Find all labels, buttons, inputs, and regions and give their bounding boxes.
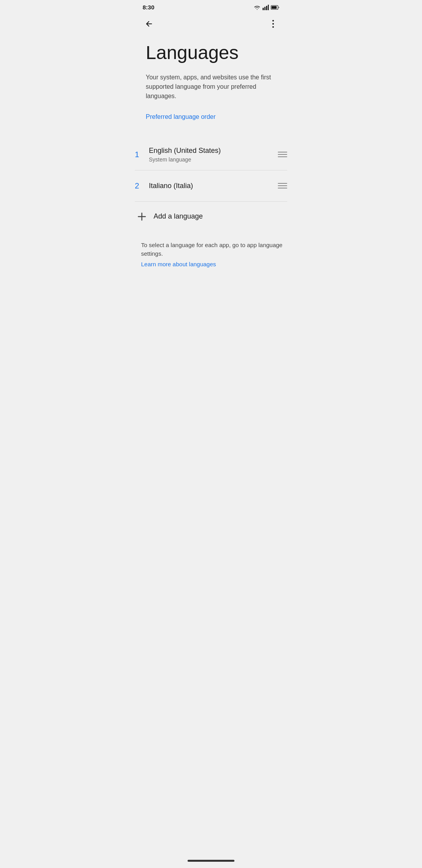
page-title: Languages	[146, 43, 276, 63]
language-number-2: 2	[135, 181, 149, 190]
wifi-icon	[254, 5, 261, 10]
svg-rect-3	[268, 5, 269, 10]
svg-rect-0	[263, 8, 264, 10]
info-section: To select a language for each app, go to…	[135, 231, 287, 274]
language-sublabel-english: System language	[149, 156, 273, 163]
language-name-english: English (United States)	[149, 147, 273, 155]
language-info-english: English (United States) System language	[149, 147, 273, 163]
back-arrow-icon	[145, 20, 153, 28]
drag-handle-italiano[interactable]	[278, 183, 287, 188]
language-item-italiano[interactable]: 2 Italiano (Italia)	[135, 170, 287, 202]
preferred-language-section-header: Preferred language order	[146, 113, 276, 120]
learn-more-link[interactable]: Learn more about languages	[141, 261, 287, 267]
back-button[interactable]	[141, 16, 157, 32]
battery-icon	[271, 5, 279, 10]
language-info-italiano: Italiano (Italia)	[149, 182, 273, 190]
status-icons	[254, 5, 279, 10]
language-item-english[interactable]: 1 English (United States) System languag…	[135, 139, 287, 170]
status-time: 8:30	[143, 4, 154, 11]
add-language-item[interactable]: Add a language	[135, 202, 287, 231]
svg-rect-1	[265, 7, 266, 10]
toolbar	[135, 13, 287, 35]
drag-handle-english[interactable]	[278, 152, 287, 157]
page-description: Your system, apps, and websites use the …	[146, 73, 276, 101]
svg-rect-2	[266, 6, 267, 10]
add-language-label: Add a language	[154, 212, 203, 221]
page-content: Languages Your system, apps, and website…	[135, 35, 287, 139]
plus-icon	[137, 212, 147, 222]
language-name-italiano: Italiano (Italia)	[149, 182, 273, 190]
more-options-button[interactable]	[265, 16, 281, 32]
status-bar: 8:30	[135, 0, 287, 13]
language-number-1: 1	[135, 150, 149, 159]
add-icon	[135, 210, 149, 224]
more-icon	[272, 20, 274, 28]
info-content: To select a language for each app, go to…	[141, 241, 287, 267]
signal-icon	[263, 5, 269, 10]
language-list: 1 English (United States) System languag…	[135, 139, 287, 274]
svg-rect-5	[272, 6, 277, 9]
info-text: To select a language for each app, go to…	[141, 242, 283, 257]
